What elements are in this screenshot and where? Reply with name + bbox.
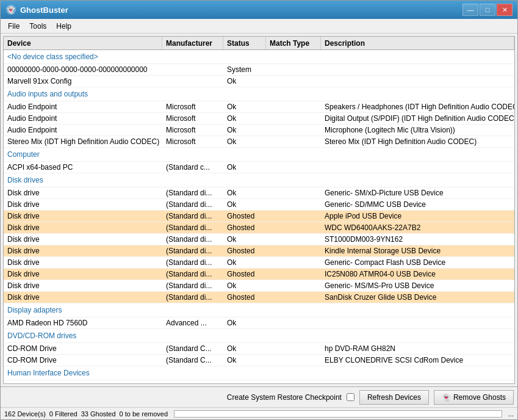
table-row[interactable]: Disk drive(Standard di...OkGeneric- Comp… [4,257,514,269]
cell-4: Stereo Mix (IDT High Definition Audio CO… [321,136,514,147]
cell-3 [266,292,321,303]
table-row[interactable]: Disk drive(Standard di...GhostedKindle I… [4,245,514,257]
title-bar-controls: — □ ✕ [462,4,513,16]
category-row: Disk drives [4,173,514,187]
table-row[interactable]: Audio EndpointMicrosoftOkDigital Output … [4,113,514,125]
table-row[interactable]: Disk drive(Standard di...GhostedApple iP… [4,211,514,222]
cell-0: CD-ROM Drive [4,343,162,354]
table-row[interactable]: Disk drive(Standard di...OkGeneric- MS/M… [4,280,514,292]
cell-2: Ghosted [223,222,266,233]
cell-1: (Standard di... [162,292,223,303]
cell-2: Ok [223,187,266,198]
cell-0: Disk drive [4,245,162,256]
cell-3 [266,343,321,354]
cell-3 [266,280,321,291]
cell-4: Speakers / Headphones (IDT High Definiti… [321,101,514,112]
cell-1: (Standard C... [162,343,223,354]
cell-1: (Standard di... [162,257,223,268]
table-row[interactable]: AMD Radeon HD 7560DAdvanced ...Ok [4,317,514,329]
cell-1: (Standard di... [162,269,223,280]
table-row[interactable]: Disk drive(Standard di...OkST1000DM003-9… [4,234,514,245]
category-row: Computer [4,148,514,162]
cell-3 [266,113,321,124]
table-row[interactable]: CD-ROM Drive(Standard C...Okhp DVD-RAM G… [4,343,514,355]
table-row[interactable]: Stereo Mix (IDT High Definition Audio CO… [4,136,514,148]
cell-1: (Standard di... [162,199,223,210]
status-ghosted: 33 Ghosted [81,410,116,418]
cell-4: hp DVD-RAM GH82N [321,343,514,354]
cell-0: Marvell 91xx Config [4,76,162,87]
maximize-button[interactable]: □ [480,4,495,16]
table-row[interactable]: Disk drive(Standard di...GhostedSanDisk … [4,292,514,303]
main-window: 👻 GhostBuster — □ ✕ File Tools Help Devi… [0,0,518,420]
window-title: GhostBuster [20,5,68,15]
table-body[interactable]: <No device class specified>00000000-0000… [4,50,514,383]
cell-4: IC25N080 ATMR04-0 USB Device [321,269,514,280]
cell-4 [321,162,514,173]
menu-file[interactable]: File [3,21,24,32]
cell-2: Ok [223,76,266,87]
close-button[interactable]: ✕ [497,4,513,16]
table-row[interactable]: Marvell 91xx ConfigOk [4,76,514,87]
table-row[interactable]: 00000000-0000-0000-0000-000000000000Syst… [4,64,514,76]
cell-4: WDC WD6400AAKS-22A7B2 [321,222,514,233]
status-to-remove: 0 to be removed [120,410,168,418]
table-row[interactable]: Disk drive(Standard di...OkGeneric- SD/M… [4,199,514,211]
cell-3 [266,257,321,268]
table-row[interactable]: Disk drive(Standard di...GhostedIC25N080… [4,269,514,280]
category-label: DVD/CD-ROM drives [4,329,514,342]
cell-2: Ok [223,257,266,268]
cell-0: ACPI x64-based PC [4,162,162,173]
cell-2: Ok [223,199,266,210]
cell-1: Microsoft [162,113,223,124]
cell-0: AMD Radeon HD 7560D [4,317,162,328]
table-row[interactable]: Disk drive(Standard di...OkGeneric- SM/x… [4,187,514,199]
cell-4: Generic- MS/MS-Pro USB Device [321,280,514,291]
category-row: Audio inputs and outputs [4,87,514,101]
cell-0: Disk drive [4,211,162,222]
cell-2: Ok [223,125,266,136]
cell-2: Ok [223,113,266,124]
cell-1: (Standard di... [162,187,223,198]
cell-1: (Standard di... [162,211,223,222]
cell-0: Audio Endpoint [4,125,162,136]
minimize-button[interactable]: — [462,4,478,16]
remove-ghosts-label: Remove Ghosts [453,393,506,402]
cell-0: Disk drive [4,292,162,303]
checkpoint-checkbox[interactable] [347,393,354,401]
cell-3 [266,162,321,173]
cell-3 [266,101,321,112]
cell-3 [266,355,321,366]
svg-text:👻: 👻 [7,5,15,14]
content-area: Device Manufacturer Status Match Type De… [1,34,517,386]
table-row[interactable]: Audio EndpointMicrosoftOkSpeakers / Head… [4,101,514,113]
cell-0: Disk drive [4,222,162,233]
category-row: <No device class specified> [4,50,514,64]
table-row[interactable]: Audio EndpointMicrosoftOkMicrophone (Log… [4,125,514,136]
cell-4: SanDisk Cruzer Glide USB Device [321,292,514,303]
table-row[interactable]: ACPI x64-based PC(Standard c...Ok [4,162,514,173]
cell-4: Digital Output (S/PDIF) (IDT High Defini… [321,113,514,124]
menu-help[interactable]: Help [51,21,76,32]
col-match-type: Match Type [266,37,321,49]
cell-4: Microphone (Logitech Mic (Ultra Vision)) [321,125,514,136]
title-bar: 👻 GhostBuster — □ ✕ [1,1,517,19]
refresh-devices-button[interactable]: Refresh Devices [359,390,429,405]
remove-ghosts-button[interactable]: 👻 Remove Ghosts [434,390,514,405]
cell-2: Ok [223,136,266,147]
status-dots: ... [508,410,514,418]
cell-4: Generic- SD/MMC USB Device [321,199,514,210]
category-label: Disk drives [4,173,514,187]
table-row[interactable]: Disk drive(Standard di...GhostedWDC WD64… [4,222,514,234]
cell-3 [266,317,321,328]
category-label: Computer [4,148,514,161]
cell-0: Disk drive [4,199,162,210]
table-row[interactable]: CD-ROM Drive(Standard C...OkELBY CLONEDR… [4,355,514,366]
app-icon: 👻 [5,4,16,15]
cell-1 [162,76,223,87]
menu-tools[interactable]: Tools [24,21,51,32]
cell-3 [266,76,321,87]
category-row: Human Interface Devices [4,366,514,380]
cell-1: (Standard c... [162,162,223,173]
cell-0: Disk drive [4,257,162,268]
